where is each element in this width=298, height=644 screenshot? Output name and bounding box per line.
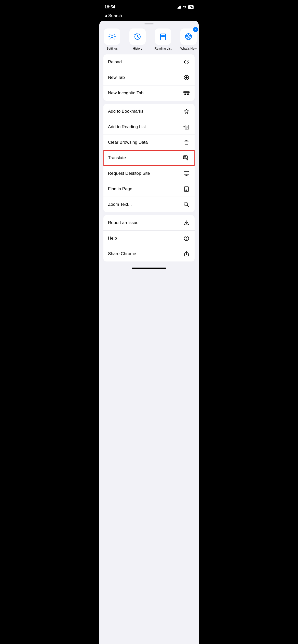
zoom-icon xyxy=(183,201,190,208)
status-icons: 74 xyxy=(177,5,194,9)
reload-label: Reload xyxy=(108,60,122,65)
new-tab-icon xyxy=(183,74,190,81)
menu-item-share-chrome[interactable]: Share Chrome xyxy=(103,246,195,261)
battery-icon: 74 xyxy=(188,5,194,9)
back-arrow-icon: ◀ xyxy=(104,14,107,18)
menu-item-add-reading-list[interactable]: Add to Reading List xyxy=(103,119,195,135)
menu-item-translate[interactable]: Translate xyxy=(103,150,195,166)
home-indicator xyxy=(99,265,199,271)
svg-point-39 xyxy=(186,224,187,225)
menu-group-page-actions: Add to Bookmarks Add to Reading List xyxy=(103,104,195,212)
incognito-icon xyxy=(183,90,190,97)
svg-point-6 xyxy=(185,34,192,40)
new-tab-label: New Tab xyxy=(108,75,125,80)
whats-new-badge: N xyxy=(193,27,198,32)
menu-group-support: Report an Issue Help Share Chrome xyxy=(103,215,195,261)
signal-bars-icon xyxy=(177,6,181,9)
wifi-icon xyxy=(183,5,187,9)
reload-icon xyxy=(183,58,190,66)
whats-new-icon-wrap: N xyxy=(180,28,197,45)
svg-line-33 xyxy=(187,191,187,192)
reading-list-icon xyxy=(159,33,167,40)
add-reading-list-label: Add to Reading List xyxy=(108,124,146,129)
menu-item-new-tab[interactable]: New Tab xyxy=(103,70,195,85)
menu-item-add-bookmarks[interactable]: Add to Bookmarks xyxy=(103,104,195,119)
bookmark-icon xyxy=(183,108,190,115)
add-bookmarks-label: Add to Bookmarks xyxy=(108,109,143,114)
status-bar: 18:54 74 xyxy=(99,0,199,13)
incognito-label: New Incognito Tab xyxy=(108,91,144,96)
share-icon xyxy=(183,250,190,257)
battery-level: 74 xyxy=(189,5,193,9)
share-chrome-label: Share Chrome xyxy=(108,251,136,256)
menu-item-request-desktop-site[interactable]: Request Desktop Site xyxy=(103,166,195,181)
svg-rect-26 xyxy=(184,171,189,175)
svg-point-12 xyxy=(187,93,188,95)
find-icon xyxy=(183,185,190,193)
back-label: Search xyxy=(108,13,122,18)
settings-icon xyxy=(108,33,116,40)
svg-line-35 xyxy=(187,206,189,207)
reading-list-add-icon xyxy=(183,123,190,130)
svg-point-11 xyxy=(185,93,186,95)
quick-actions-row: Settings History xyxy=(99,26,199,54)
translate-icon xyxy=(183,154,190,162)
home-bar xyxy=(132,268,166,269)
quick-action-history[interactable]: History xyxy=(125,28,150,50)
status-time: 18:54 xyxy=(104,5,115,10)
svg-rect-24 xyxy=(183,156,187,159)
history-icon-wrap xyxy=(129,28,146,45)
svg-point-0 xyxy=(111,36,113,38)
settings-icon-wrap xyxy=(104,28,120,45)
svg-rect-20 xyxy=(185,141,188,145)
help-label: Help xyxy=(108,236,117,241)
menu-group-navigation: Reload New Tab New Incognito Tab xyxy=(103,54,195,101)
bottom-sheet: Settings History xyxy=(99,21,199,644)
menu-item-help[interactable]: Help xyxy=(103,231,195,246)
svg-marker-13 xyxy=(184,109,189,114)
back-bar: ◀ Search xyxy=(99,13,199,21)
quick-action-settings[interactable]: Settings xyxy=(99,28,125,50)
trash-icon xyxy=(183,139,190,146)
whats-new-icon xyxy=(185,33,192,40)
menu-item-reload[interactable]: Reload xyxy=(103,54,195,70)
menu-item-find-in-page[interactable]: Find in Page... xyxy=(103,181,195,197)
menu-item-incognito[interactable]: New Incognito Tab xyxy=(103,85,195,101)
reading-list-label: Reading List xyxy=(155,47,172,50)
help-icon xyxy=(183,235,190,242)
menu-item-report-issue[interactable]: Report an Issue xyxy=(103,215,195,231)
zoom-text-label: Zoom Text... xyxy=(108,202,132,207)
whats-new-label: What's New xyxy=(180,47,197,50)
history-icon xyxy=(134,33,141,40)
quick-action-whats-new[interactable]: N What's New xyxy=(176,28,199,50)
reading-list-icon-wrap xyxy=(155,28,171,45)
svg-point-41 xyxy=(186,240,187,240)
report-issue-label: Report an Issue xyxy=(108,220,139,225)
menu-item-zoom-text[interactable]: Zoom Text... xyxy=(103,197,195,212)
desktop-icon xyxy=(183,170,190,177)
sheet-handle-bar xyxy=(144,23,154,24)
menu-item-clear-browsing-data[interactable]: Clear Browsing Data xyxy=(103,135,195,150)
sheet-handle xyxy=(99,21,199,26)
quick-action-reading-list[interactable]: Reading List xyxy=(150,28,176,50)
clear-browsing-data-label: Clear Browsing Data xyxy=(108,140,148,145)
translate-label: Translate xyxy=(108,155,126,160)
history-label: History xyxy=(133,47,142,50)
warning-icon xyxy=(183,219,190,226)
request-desktop-site-label: Request Desktop Site xyxy=(108,171,150,176)
settings-label: Settings xyxy=(106,47,117,50)
find-in-page-label: Find in Page... xyxy=(108,186,136,192)
